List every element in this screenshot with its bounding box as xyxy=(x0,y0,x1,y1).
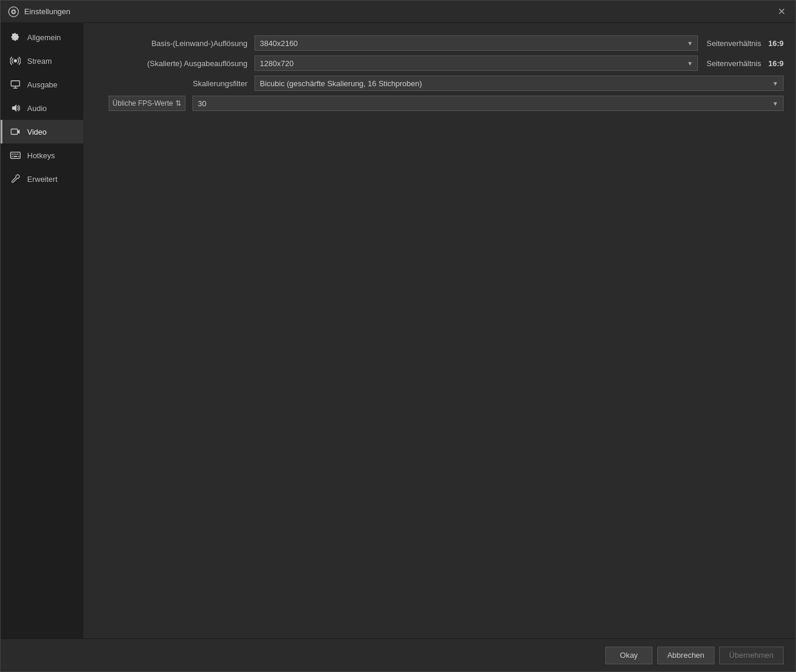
sidebar-item-ausgabe[interactable]: Ausgabe xyxy=(1,73,83,96)
sidebar-item-video-label: Video xyxy=(27,128,47,136)
base-resolution-control: 3840x2160 ▼ Seitenverhältnis 16:9 xyxy=(255,35,784,51)
apply-button[interactable]: Übernehmen xyxy=(719,647,784,664)
output-resolution-row: (Skalierte) Ausgabeauflösung 1280x720 ▼ … xyxy=(95,55,784,71)
fps-toggle-icon: ⇅ xyxy=(175,99,181,107)
cancel-button[interactable]: Abbrechen xyxy=(657,647,715,664)
fps-value: 30 xyxy=(198,99,206,108)
svg-rect-14 xyxy=(17,154,18,155)
svg-rect-12 xyxy=(14,154,15,155)
okay-button[interactable]: Okay xyxy=(605,647,653,664)
output-resolution-label: (Skalierte) Ausgabeauflösung xyxy=(95,59,255,68)
video-icon xyxy=(9,126,21,138)
audio-icon xyxy=(9,102,21,114)
scale-filter-value: Bicubic (geschärfte Skalierung, 16 Stich… xyxy=(260,79,422,88)
fps-control: 30 ▼ xyxy=(193,96,784,111)
svg-point-2 xyxy=(12,11,14,12)
base-resolution-dropdown[interactable]: 3840x2160 ▼ xyxy=(255,35,698,51)
fps-value-dropdown[interactable]: 30 ▼ xyxy=(193,96,784,111)
output-resolution-arrow-icon: ▼ xyxy=(687,60,693,67)
base-resolution-value: 3840x2160 xyxy=(260,39,298,48)
scale-filter-row: Skalierungsfilter Bicubic (geschärfte Sk… xyxy=(95,75,784,92)
output-resolution-dropdown[interactable]: 1280x720 ▼ xyxy=(255,56,698,71)
fps-label: Übliche FPS-Werte ⇅ xyxy=(95,96,193,111)
stream-icon xyxy=(9,55,21,67)
sidebar-item-video[interactable]: Video xyxy=(1,120,83,143)
sidebar-item-ausgabe-label: Ausgabe xyxy=(27,80,57,89)
sidebar-item-erweitert-label: Erweitert xyxy=(27,175,57,184)
window-title: Einstellungen xyxy=(24,7,70,16)
output-resolution-control: 1280x720 ▼ Seitenverhältnis 16:9 xyxy=(255,56,784,71)
sidebar-item-erweitert[interactable]: Erweitert xyxy=(1,167,83,191)
sidebar: Allgemein Stream xyxy=(1,23,83,638)
keyboard-icon xyxy=(9,149,21,161)
sidebar-item-stream[interactable]: Stream xyxy=(1,49,83,73)
settings-window: Einstellungen ✕ Allgemein xyxy=(0,0,796,672)
svg-rect-11 xyxy=(12,154,13,155)
obs-logo-icon xyxy=(8,6,19,18)
scale-filter-dropdown[interactable]: Bicubic (geschärfte Skalierung, 16 Stich… xyxy=(255,76,784,91)
svg-rect-4 xyxy=(11,81,19,86)
output-icon xyxy=(9,79,21,90)
sidebar-item-audio[interactable]: Audio xyxy=(1,96,83,120)
content-area: Basis-(Leinwand-)Auflösung 3840x2160 ▼ S… xyxy=(83,23,795,638)
base-aspect-value: 16:9 xyxy=(768,39,784,48)
sidebar-item-allgemein-label: Allgemein xyxy=(27,33,61,42)
svg-rect-8 xyxy=(11,129,18,135)
wrench-icon xyxy=(9,173,21,185)
main-content: Allgemein Stream xyxy=(1,23,795,638)
title-bar: Einstellungen ✕ xyxy=(1,1,795,23)
svg-rect-17 xyxy=(18,156,19,157)
fps-row: Übliche FPS-Werte ⇅ 30 ▼ xyxy=(95,95,784,112)
scale-filter-arrow-icon: ▼ xyxy=(772,80,778,87)
output-aspect-label: Seitenverhältnis xyxy=(706,59,761,68)
base-resolution-row: Basis-(Leinwand-)Auflösung 3840x2160 ▼ S… xyxy=(95,35,784,51)
scale-filter-control: Bicubic (geschärfte Skalierung, 16 Stich… xyxy=(255,76,784,91)
svg-rect-13 xyxy=(15,154,17,155)
sidebar-item-allgemein[interactable]: Allgemein xyxy=(1,25,83,49)
sidebar-item-stream-label: Stream xyxy=(27,57,52,66)
svg-rect-15 xyxy=(12,156,13,157)
gear-icon xyxy=(9,31,21,43)
base-resolution-label: Basis-(Leinwand-)Auflösung xyxy=(95,39,255,48)
title-bar-left: Einstellungen xyxy=(8,6,70,18)
fps-label-text: Übliche FPS-Werte xyxy=(113,99,173,107)
svg-rect-16 xyxy=(14,156,17,157)
scale-filter-label: Skalierungsfilter xyxy=(95,79,255,88)
fps-label-btn[interactable]: Übliche FPS-Werte ⇅ xyxy=(109,96,185,111)
svg-point-3 xyxy=(14,59,17,62)
output-resolution-value: 1280x720 xyxy=(260,59,293,68)
base-aspect-label: Seitenverhältnis xyxy=(706,39,761,48)
sidebar-item-audio-label: Audio xyxy=(27,104,47,113)
base-resolution-arrow-icon: ▼ xyxy=(687,40,693,47)
bottom-bar: Okay Abbrechen Übernehmen xyxy=(1,638,795,671)
svg-marker-7 xyxy=(12,105,17,112)
output-aspect-value: 16:9 xyxy=(768,59,784,68)
close-button[interactable]: ✕ xyxy=(774,5,788,19)
sidebar-item-hotkeys[interactable]: Hotkeys xyxy=(1,143,83,167)
video-settings-grid: Basis-(Leinwand-)Auflösung 3840x2160 ▼ S… xyxy=(95,35,784,112)
sidebar-item-hotkeys-label: Hotkeys xyxy=(27,151,55,160)
svg-rect-10 xyxy=(11,152,20,159)
fps-arrow-icon: ▼ xyxy=(772,100,778,107)
